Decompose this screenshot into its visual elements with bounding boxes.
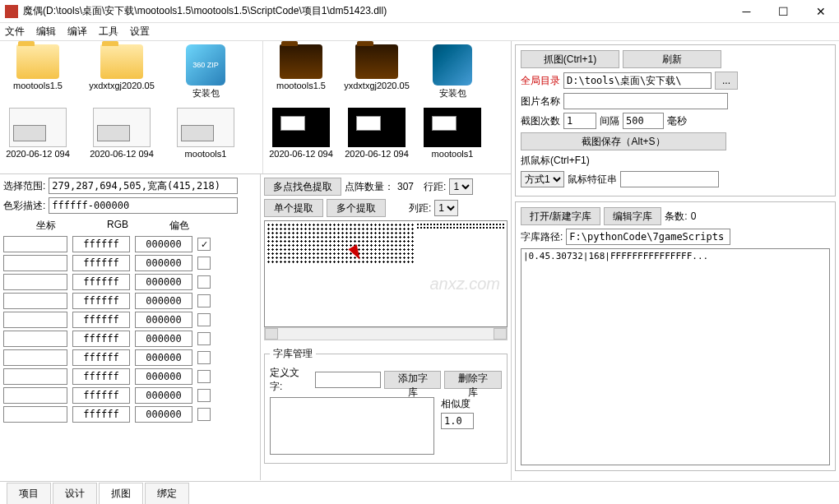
row-checkbox[interactable] [197, 275, 211, 289]
offset-input[interactable] [135, 236, 192, 252]
similarity-label: 相似度 [441, 397, 474, 411]
multi-find-color-button[interactable]: 多点找色提取 [264, 178, 341, 196]
rgb-input[interactable] [72, 312, 130, 328]
offset-input[interactable] [135, 274, 192, 290]
coord-input[interactable] [3, 349, 67, 366]
color-desc-label: 色彩描述: [3, 199, 45, 213]
row-checkbox[interactable] [197, 370, 211, 383]
coord-input[interactable] [3, 312, 67, 328]
list-item[interactable]: |0.45.30732|168|FFFFFFFFFFFFFFF... [523, 251, 827, 261]
folder-item[interactable]: 2020-06-12 094 [87, 108, 156, 159]
row-checkbox[interactable] [197, 313, 211, 326]
file-browser-left[interactable]: mootools1.5yxdxtxgj2020.05360 ZIP安装包2020… [0, 41, 263, 173]
rgb-input[interactable] [72, 368, 130, 385]
edit-font-lib-button[interactable]: 编辑字库 [604, 207, 661, 225]
folder-item[interactable]: yxdxtxgj2020.05 [342, 44, 411, 99]
maximize-button[interactable]: ☐ [765, 0, 802, 23]
similarity-input[interactable] [441, 413, 474, 429]
folder-item[interactable]: 安装包 [418, 44, 487, 99]
offset-input[interactable] [135, 406, 192, 423]
folder-item[interactable]: 2020-06-12 094 [3, 108, 72, 159]
rgb-input[interactable] [72, 255, 130, 271]
single-extract-button[interactable]: 单个提取 [264, 199, 323, 217]
row-checkbox[interactable] [197, 389, 211, 402]
coord-input[interactable] [3, 368, 67, 385]
rgb-input[interactable] [72, 387, 130, 404]
offset-input[interactable] [135, 368, 192, 385]
col-dist-select[interactable]: 1 [434, 200, 458, 216]
folder-item[interactable]: 2020-06-12 094 [267, 108, 336, 159]
horizontal-scrollbar[interactable] [264, 327, 508, 340]
offset-input[interactable] [135, 331, 192, 347]
file-browser-right[interactable]: mootools1.5yxdxtxgj2020.05安装包2020-06-12 … [263, 41, 511, 173]
folder-item[interactable]: 360 ZIP安装包 [171, 44, 240, 99]
save-screenshot-button[interactable]: 截图保存（Alt+S） [521, 132, 726, 150]
coord-input[interactable] [3, 236, 67, 252]
font-management-group: 字库管理 定义文字: 添加字库 删除字库 相似度 [264, 347, 508, 464]
font-lib-listbox[interactable]: |0.45.30732|168|FFFFFFFFFFFFFFF... [521, 248, 830, 465]
offset-input[interactable] [135, 387, 192, 404]
coord-input[interactable] [3, 331, 67, 347]
mode-select[interactable]: 方式1 [521, 171, 564, 187]
color-desc-input[interactable] [49, 197, 238, 214]
folder-icon [16, 44, 59, 79]
folder-item[interactable]: 2020-06-12 094 [342, 108, 411, 159]
capture-count-input[interactable] [563, 113, 596, 129]
define-text-input[interactable] [315, 372, 381, 388]
menubar: 文件编辑编译工具设置 [0, 23, 839, 41]
row-checkbox[interactable] [197, 294, 211, 307]
open-font-lib-button[interactable]: 打开/新建字库 [521, 207, 600, 225]
row-dist-select[interactable]: 1 [449, 178, 473, 195]
lib-path-input[interactable] [566, 229, 730, 245]
font-textarea[interactable] [270, 397, 434, 455]
row-checkbox[interactable] [197, 351, 211, 364]
folder-item[interactable]: mootools1.5 [3, 44, 72, 99]
dot-matrix-canvas[interactable]: anxz.com [264, 220, 508, 327]
rgb-input[interactable] [72, 406, 130, 423]
rgb-input[interactable] [72, 331, 130, 347]
menu-item[interactable]: 编辑 [36, 25, 56, 39]
row-checkbox[interactable] [197, 408, 211, 421]
mouse-feature-input[interactable] [620, 171, 719, 187]
minimize-button[interactable]: ─ [728, 0, 765, 23]
rgb-input[interactable] [72, 293, 130, 309]
row-checkbox[interactable] [197, 257, 211, 270]
add-font-lib-button[interactable]: 添加字库 [384, 371, 442, 389]
menu-item[interactable]: 工具 [99, 25, 118, 39]
offset-input[interactable] [135, 312, 192, 328]
coord-input[interactable] [3, 293, 67, 309]
delete-font-lib-button[interactable]: 删除字库 [444, 371, 502, 389]
browse-button[interactable]: ... [715, 72, 738, 90]
close-button[interactable]: ✕ [802, 0, 839, 23]
menu-item[interactable]: 编译 [67, 25, 87, 39]
folder-name: yxdxtxgj2020.05 [342, 81, 411, 90]
global-dir-input[interactable] [563, 72, 712, 89]
folder-item[interactable]: mootools1 [418, 108, 487, 159]
img-name-input[interactable] [563, 93, 728, 109]
select-range-input[interactable] [49, 178, 238, 194]
define-text-label: 定义文字: [270, 366, 312, 394]
coord-input[interactable] [3, 406, 67, 423]
select-range-label: 选择范围: [3, 179, 45, 193]
coord-input[interactable] [3, 387, 67, 404]
multi-extract-button[interactable]: 多个提取 [327, 199, 386, 217]
rgb-input[interactable] [72, 236, 130, 252]
capture-button[interactable]: 抓图(Ctrl+1) [521, 50, 619, 68]
row-checkbox[interactable] [197, 332, 211, 345]
offset-input[interactable] [135, 293, 192, 309]
coord-input[interactable] [3, 274, 67, 290]
folder-item[interactable]: yxdxtxgj2020.05 [87, 44, 156, 99]
offset-input[interactable] [135, 349, 192, 366]
folder-item[interactable]: mootools1 [171, 108, 240, 159]
menu-item[interactable]: 文件 [5, 25, 25, 39]
interval-input[interactable] [623, 113, 664, 129]
offset-input[interactable] [135, 255, 192, 271]
refresh-button[interactable]: 刷新 [623, 50, 721, 68]
rgb-input[interactable] [72, 274, 130, 290]
mouse-feature-label: 鼠标特征串 [568, 173, 617, 187]
folder-item[interactable]: mootools1.5 [267, 44, 336, 99]
rgb-input[interactable] [72, 349, 130, 366]
menu-item[interactable]: 设置 [130, 25, 150, 39]
row-checkbox[interactable]: ✓ [197, 238, 211, 251]
coord-input[interactable] [3, 255, 67, 271]
